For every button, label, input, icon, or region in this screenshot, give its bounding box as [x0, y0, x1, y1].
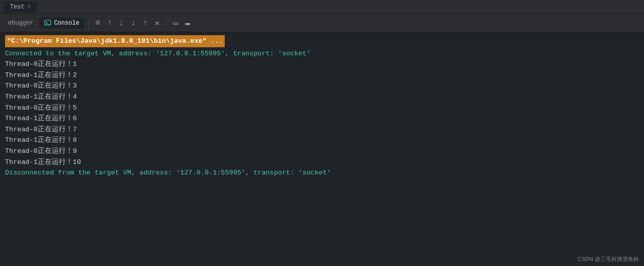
- toolbar-icon-rect2[interactable]: ▬: [182, 18, 193, 29]
- toolbar: ebugger Console ≡ ↑ ↓ ↓ ↑ ✕ ▭ ▬: [0, 14, 644, 32]
- output-line-4: Thread-0正在运行！5: [5, 103, 639, 114]
- output-line-1: Thread-1正在运行！2: [5, 70, 639, 81]
- console-area[interactable]: "C:\Program Files\Java\jdk1.8.0_191\bin\…: [0, 32, 644, 266]
- tab-label: Test: [10, 4, 25, 11]
- console-icon: [44, 20, 51, 27]
- toolbar-icon-menu[interactable]: ≡: [93, 18, 103, 29]
- output-line-2: Thread-0正在运行！3: [5, 80, 639, 92]
- toolbar-separator: [88, 18, 89, 28]
- output-line-7: Thread-1正在运行！8: [5, 135, 639, 146]
- toolbar-separator-2: [166, 18, 167, 28]
- disconnected-line: Disconnected from the target VM, address…: [5, 167, 639, 179]
- title-bar: Test ×: [0, 0, 644, 14]
- output-line-8: Thread-0正在运行！9: [5, 146, 639, 157]
- test-tab[interactable]: Test ×: [4, 2, 37, 13]
- console-tab-label: Console: [54, 20, 79, 27]
- toolbar-icon-up2[interactable]: ↑: [140, 18, 150, 29]
- command-line: "C:\Program Files\Java\jdk1.8.0_191\bin\…: [5, 35, 639, 48]
- tab-close-button[interactable]: ×: [28, 4, 31, 10]
- output-line-9: Thread-1正在运行！10: [5, 157, 639, 168]
- connected-line: Connected to the target VM, address: '12…: [5, 48, 639, 59]
- toolbar-icon-rect1[interactable]: ▭: [171, 17, 181, 29]
- toolbar-icon-up1[interactable]: ↑: [105, 18, 115, 29]
- output-line-5: Thread-1正在运行！6: [5, 113, 639, 124]
- console-tab[interactable]: Console: [39, 18, 84, 29]
- toolbar-icon-down1[interactable]: ↓: [117, 18, 127, 29]
- output-line-6: Thread-0正在运行！7: [5, 124, 639, 135]
- watermark: CSDN @三毛村滴雪鱼粉: [578, 255, 639, 263]
- toolbar-icon-down2[interactable]: ↓: [129, 18, 139, 29]
- toolbar-icon-cross[interactable]: ✕: [152, 17, 162, 29]
- output-line-0: Thread-0正在运行！1: [5, 59, 639, 70]
- output-line-3: Thread-1正在运行！4: [5, 92, 639, 103]
- command-text: "C:\Program Files\Java\jdk1.8.0_191\bin\…: [5, 35, 225, 47]
- debugger-label: ebugger: [4, 20, 37, 27]
